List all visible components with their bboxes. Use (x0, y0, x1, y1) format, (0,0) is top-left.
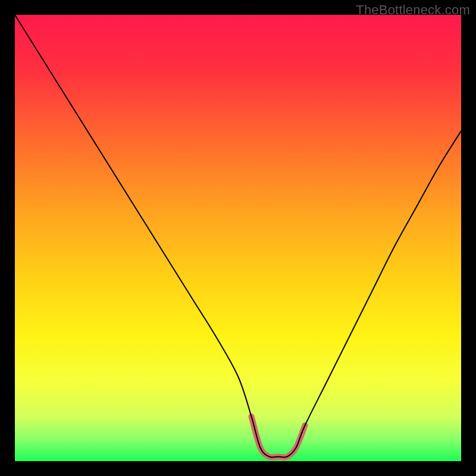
gradient-rect (15, 15, 461, 461)
gradient-background (15, 15, 461, 461)
chart-frame: TheBottleneck.com (0, 0, 476, 476)
plot-area (15, 15, 461, 461)
